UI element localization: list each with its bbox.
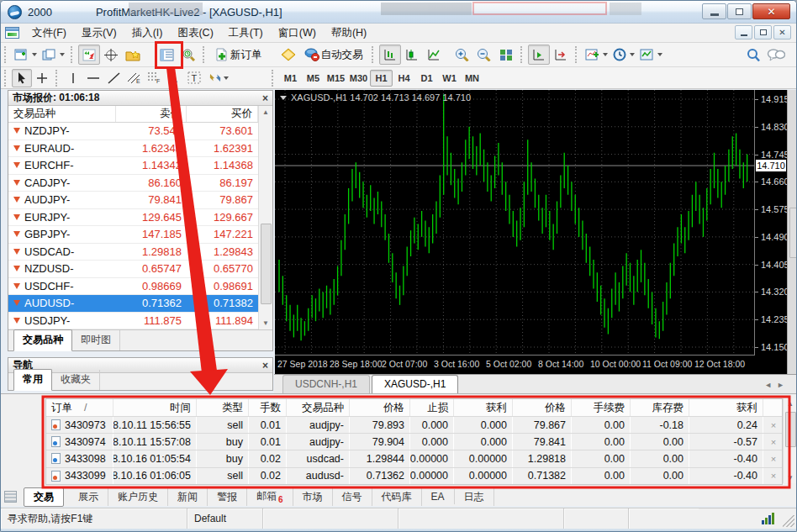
market-watch-tab[interactable]: 交易品种 xyxy=(13,329,72,351)
chart-plot-area[interactable] xyxy=(275,90,755,356)
text-label-tool-button[interactable]: T xyxy=(184,69,204,87)
new-order-button[interactable]: 新订单 xyxy=(210,45,267,65)
menu-item-7[interactable]: 帮助(H) xyxy=(324,24,374,43)
order-row[interactable]: 34309732018.10.11 15:56:55sell0.01audjpy… xyxy=(46,416,782,433)
vertical-line-tool-button[interactable] xyxy=(63,69,83,87)
market-watch-row[interactable]: AUDUSD-0.713620.71382 xyxy=(8,295,272,313)
trendline-tool-button[interactable] xyxy=(103,69,124,87)
terminal-tab-展示[interactable]: 展示 xyxy=(69,488,108,506)
chevron-down-icon[interactable] xyxy=(280,96,287,100)
close-order-icon[interactable]: × xyxy=(771,437,776,447)
horizontal-line-tool-button[interactable] xyxy=(83,69,103,87)
market-watch-row[interactable]: EURJPY-129.645129.667 xyxy=(8,209,272,227)
crosshair-tool-button[interactable] xyxy=(32,69,52,87)
orders-column-header[interactable]: 类型 xyxy=(197,399,249,416)
orders-column-header[interactable]: 获利 xyxy=(689,399,763,416)
market-watch-row[interactable]: CADJPY-86.16086.197 xyxy=(8,175,272,192)
order-row[interactable]: 34330982018.10.16 01:05:54buy0.02usdcad-… xyxy=(46,450,782,466)
toolbar-drag-handle[interactable] xyxy=(272,70,276,87)
chart-tab-usdcnh-h1[interactable]: USDCNH-,H1 xyxy=(282,375,370,393)
period-button-mn[interactable]: MN xyxy=(461,70,483,87)
order-row[interactable]: 34330992018.10.16 01:06:05sell0.02audusd… xyxy=(46,467,782,484)
period-button-h4[interactable]: H4 xyxy=(393,70,415,87)
line-chart-type-button[interactable] xyxy=(423,45,445,65)
menu-item-4[interactable]: 图表(C) xyxy=(170,24,220,43)
chart-shift-button[interactable] xyxy=(550,45,572,65)
new-chart-button[interactable] xyxy=(12,45,40,65)
periods-button[interactable] xyxy=(610,45,637,65)
market-watch-row[interactable]: EURAUD-1.623431.62391 xyxy=(8,140,272,158)
profiles-button[interactable] xyxy=(40,45,67,65)
restore-button[interactable] xyxy=(727,3,752,19)
chart-tab-xagusd-h1[interactable]: XAGUSD-,H1 xyxy=(372,375,458,393)
tile-windows-button[interactable] xyxy=(495,45,517,65)
toolbar-drag-handle[interactable] xyxy=(4,46,8,63)
strategy-tester-button[interactable] xyxy=(177,45,199,65)
toolbar-drag-handle[interactable] xyxy=(4,70,8,87)
period-button-d1[interactable]: D1 xyxy=(415,70,438,87)
menu-item-6[interactable]: 窗口(W) xyxy=(271,24,324,43)
orders-column-header[interactable]: 止损 xyxy=(410,399,454,416)
market-watch-row[interactable]: NZDJPY-73.54473.601 xyxy=(8,123,272,140)
terminal-tab-日志[interactable]: 日志 xyxy=(455,488,494,506)
terminal-tab-市场[interactable]: 市场 xyxy=(293,488,333,506)
toolbar-drag-handle[interactable] xyxy=(575,46,579,63)
terminal-tab-交易[interactable]: 交易 xyxy=(24,487,64,507)
orders-column-header[interactable]: 价格 xyxy=(513,399,572,416)
close-order-icon[interactable]: × xyxy=(771,420,776,430)
market-watch-row[interactable]: GBPJPY-147.185147.221 xyxy=(8,226,272,244)
period-button-m1[interactable]: M1 xyxy=(279,70,302,87)
orders-column-header[interactable]: 手数 xyxy=(249,399,287,416)
menu-item-5[interactable]: 工具(T) xyxy=(221,24,271,43)
cursor-tool-button[interactable] xyxy=(12,69,32,87)
terminal-tab-ea[interactable]: EA xyxy=(422,489,455,504)
orders-column-header[interactable]: 价格 xyxy=(350,399,410,416)
tab-left-icon[interactable]: ◄ xyxy=(764,381,777,389)
terminal-tab-警报[interactable]: 警报 xyxy=(208,488,247,506)
scroll-up-icon[interactable]: ▲ xyxy=(785,400,795,408)
menu-item-2[interactable]: 显示(V) xyxy=(74,24,124,43)
terminal-button[interactable] xyxy=(156,45,177,65)
terminal-tab-邮箱[interactable]: 邮箱6 xyxy=(247,487,293,505)
orders-column-header[interactable]: 获利 xyxy=(454,399,513,416)
period-button-m30[interactable]: M30 xyxy=(347,70,370,87)
scrollbar-thumb[interactable] xyxy=(785,412,796,447)
navigator-tab[interactable]: 常用 xyxy=(13,369,52,391)
period-button-w1[interactable]: W1 xyxy=(438,70,461,87)
tab-right-icon[interactable]: ► xyxy=(777,381,789,389)
minimize-button[interactable] xyxy=(702,3,726,19)
text-tool-button[interactable]: A xyxy=(164,69,184,87)
market-watch-toggle-button[interactable] xyxy=(78,45,100,65)
zoom-out-button[interactable] xyxy=(473,45,495,65)
orders-column-header[interactable]: 时间 xyxy=(113,399,197,416)
chart-restore-button[interactable] xyxy=(754,25,772,40)
close-button[interactable]: ✕ xyxy=(752,3,790,19)
navigator-close-icon[interactable]: × xyxy=(262,361,268,371)
orders-column-header[interactable]: 交易品种 xyxy=(287,399,350,416)
auto-scroll-button[interactable] xyxy=(528,45,550,65)
market-watch-row[interactable]: USDJPY-111.875111.894 xyxy=(8,313,272,330)
terminal-tab-新闻[interactable]: 新闻 xyxy=(168,488,208,506)
market-watch-column-header[interactable]: 交易品种 xyxy=(8,106,116,122)
orders-column-header[interactable]: 订单/ xyxy=(46,399,113,416)
scrollbar-thumb[interactable] xyxy=(789,208,797,258)
market-watch-row[interactable]: USDCHF-0.986690.98691 xyxy=(8,278,272,296)
market-watch-column-header[interactable]: 买价 xyxy=(187,106,258,122)
market-watch-row[interactable]: USDCAD-1.298181.29843 xyxy=(8,244,272,261)
order-row[interactable]: 34309742018.10.11 15:57:08buy0.01audjpy-… xyxy=(46,433,782,450)
close-order-icon[interactable]: × xyxy=(771,454,776,464)
templates-button[interactable] xyxy=(637,45,665,65)
bar-chart-type-button[interactable] xyxy=(379,45,401,65)
community-chat-button[interactable] xyxy=(764,45,788,65)
arrows-tool-button[interactable] xyxy=(204,69,233,87)
chart-window-icon[interactable] xyxy=(5,27,19,39)
scroll-up-icon[interactable]: ▲ xyxy=(261,108,271,116)
market-watch-close-icon[interactable]: × xyxy=(262,93,268,103)
chart-vertical-scrollbar[interactable] xyxy=(787,90,797,374)
scroll-down-icon[interactable]: ▼ xyxy=(785,474,795,482)
market-watch-row[interactable]: EURCHF-1.143421.14368 xyxy=(8,157,272,175)
navigator-button[interactable] xyxy=(122,45,144,65)
resize-grip[interactable] xyxy=(783,515,794,527)
market-watch-column-header[interactable]: 卖价 xyxy=(116,106,187,122)
toolbar-drag-handle[interactable] xyxy=(55,70,60,87)
